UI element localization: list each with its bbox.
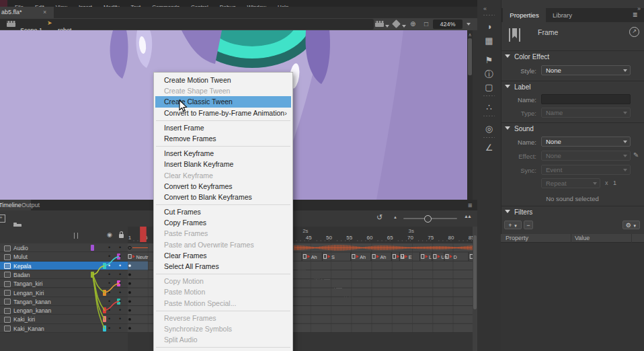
tab-properties[interactable]: Properties [503,8,546,22]
insert-keyframe-menu-item[interactable]: Insert Keyframe [154,148,292,159]
lock-dot[interactable]: • [119,254,121,260]
document-tab[interactable]: ab5.fla* × [0,7,54,18]
layer-row-audio[interactable]: Audio•• [0,243,128,252]
timeline-panel-menu-icon[interactable]: ≡ [468,201,472,209]
visibility-dot[interactable]: • [108,316,110,322]
clear-frames-menu-item[interactable]: Clear Frames [154,250,292,261]
properties-panel-menu-icon[interactable]: ≡ [633,10,637,20]
lock-dot[interactable]: • [119,245,121,251]
select-all-frames-menu-item[interactable]: Select All Frames [154,261,292,272]
parent-mark[interactable] [103,316,106,322]
scene-clapper-icon[interactable] [7,21,15,27]
edit-scene-icon[interactable] [375,21,384,27]
sound-name-dropdown[interactable]: None [541,136,631,147]
close-tab-icon[interactable]: × [43,7,46,18]
create-shape-tween-menu-item[interactable]: Create Shape Tween [154,85,292,96]
parent-mark[interactable] [103,307,106,313]
layer-row-lengan-kanan[interactable]: Lengan_kanan•• [0,306,128,315]
layer-row-tangan-kiri[interactable]: Tangan_kiri•• [0,279,128,288]
particles-icon[interactable]: ∴ [477,102,501,112]
lock-dot[interactable]: • [119,263,121,269]
edit-symbol-caret-icon[interactable] [402,25,406,28]
insert-frame-menu-item[interactable]: Insert Frame [154,122,292,133]
lock-icon[interactable] [119,234,124,238]
zoom-in-timeline-icon[interactable]: ▲▲ [464,214,471,219]
create-motion-tween-menu-item[interactable]: Create Motion Tween [154,75,292,85]
info-icon[interactable]: ⓘ [477,69,501,81]
timeline-vscrollbar-thumb[interactable] [473,235,477,309]
create-classic-tween-menu-item[interactable]: Create Classic Tween [155,96,291,107]
parent-mark[interactable] [103,290,106,296]
clear-keyframe-menu-item[interactable]: Clear Keyframe [154,170,292,181]
align-icon[interactable]: ⚑ [477,55,501,65]
layer-row-kaki-kiri[interactable]: Kaki_kiri•• [0,315,128,323]
edit-scene-caret-icon[interactable] [385,25,389,28]
layer-row-tangan-kanan[interactable]: Tangan_kanan•• [0,297,128,306]
reset-zoom-icon[interactable]: ↺ [376,213,383,222]
visibility-dot[interactable]: • [108,245,110,251]
copy-frames-menu-item[interactable]: Copy Frames [154,217,292,228]
paste-and-overwrite-frames-menu-item[interactable]: Paste and Overwrite Frames [154,239,292,250]
lock-dot[interactable]: • [119,290,121,296]
insert-blank-keyframe-menu-item[interactable]: Insert Blank Keyframe [154,159,292,169]
layer-row-kepala[interactable]: Kepala•• [0,262,128,270]
creative-cloud-icon[interactable]: ◎ [477,124,501,134]
lock-dot[interactable]: • [119,316,121,322]
cut-frames-menu-item[interactable]: Cut Frames [154,206,292,217]
visibility-dot[interactable]: • [108,254,110,260]
color-icon[interactable]: ◑ [477,22,501,32]
visibility-dot[interactable]: • [108,263,110,269]
visibility-dot[interactable]: • [108,280,110,286]
convert-to-frame-by-frame-animation-menu-item[interactable]: Convert to Frame-by-Frame Animation› [154,108,292,118]
zoom-level[interactable]: 424% [433,20,462,29]
paste-frames-menu-item[interactable]: Paste Frames [154,228,292,239]
tab-library[interactable]: Library [553,8,572,22]
parent-mark[interactable] [103,263,106,269]
section-filters[interactable]: Filters [505,208,532,216]
section-sound[interactable]: Sound [505,125,534,132]
timeline-zoom-knob[interactable] [424,215,432,223]
section-color-effect[interactable]: Color Effect [505,53,549,61]
lock-dot[interactable]: • [119,280,121,286]
reverse-frames-menu-item[interactable]: Reverse Frames [154,313,292,323]
layer-row-mulut[interactable]: Mulut•• [0,252,128,261]
collapse-panels-icon[interactable]: « [483,5,486,12]
lock-dot[interactable]: • [119,307,121,313]
zoom-out-timeline-icon[interactable]: ▲ [393,215,397,219]
lock-dot[interactable]: • [119,325,121,332]
lock-dot[interactable]: • [119,272,121,278]
visibility-dot[interactable]: • [108,272,110,278]
split-audio-menu-item[interactable]: Split Audio [154,334,292,345]
synchronize-symbols-menu-item[interactable]: Synchronize Symbols [154,323,292,334]
center-frame-icon[interactable]: ⊕ [410,20,415,29]
layer-row-kaki-kanan[interactable]: Kaki_Kanan•• [0,324,128,333]
expand-panel-icon[interactable]: » [637,5,641,12]
remove-filter-button[interactable]: − [524,221,533,229]
parent-mark[interactable] [91,245,94,251]
layer-row-lengan-kiri[interactable]: Lengan_Kiri•• [0,288,128,297]
transform-icon[interactable]: ▢ [477,82,501,92]
section-label[interactable]: Label [505,83,530,91]
clip-bounds-icon[interactable]: □ [424,20,428,29]
visibility-dot[interactable]: • [108,299,110,305]
lock-dot[interactable]: • [119,299,121,305]
visibility-dot[interactable]: • [108,290,110,296]
edit-sound-envelope-icon[interactable]: ✎ [633,151,639,159]
label-name-input[interactable] [541,94,631,104]
tab-output[interactable]: Output [22,200,40,210]
copy-motion-menu-item[interactable]: Copy Motion [154,276,292,286]
app-logo-icon[interactable] [0,0,7,7]
motion-graph-icon[interactable]: ∠ [477,143,501,153]
quick-share-icon[interactable]: ↗ [629,27,639,37]
zoom-caret-icon[interactable] [467,23,471,26]
visibility-dot[interactable]: • [108,307,110,313]
new-layer-icon[interactable] [0,214,5,223]
repeat-count[interactable]: 1 [613,180,616,186]
paste-motion-special-menu-item[interactable]: Paste Motion Special... [154,298,292,309]
visibility-dot[interactable]: • [108,325,110,332]
convert-to-blank-keyframes-menu-item[interactable]: Convert to Blank Keyframes [154,192,292,202]
style-dropdown[interactable]: None [541,65,631,75]
filter-options-button[interactable]: ⚙ ▼ [622,221,640,229]
parent-mark[interactable] [103,325,106,332]
eye-icon[interactable]: ◉ [107,231,112,238]
